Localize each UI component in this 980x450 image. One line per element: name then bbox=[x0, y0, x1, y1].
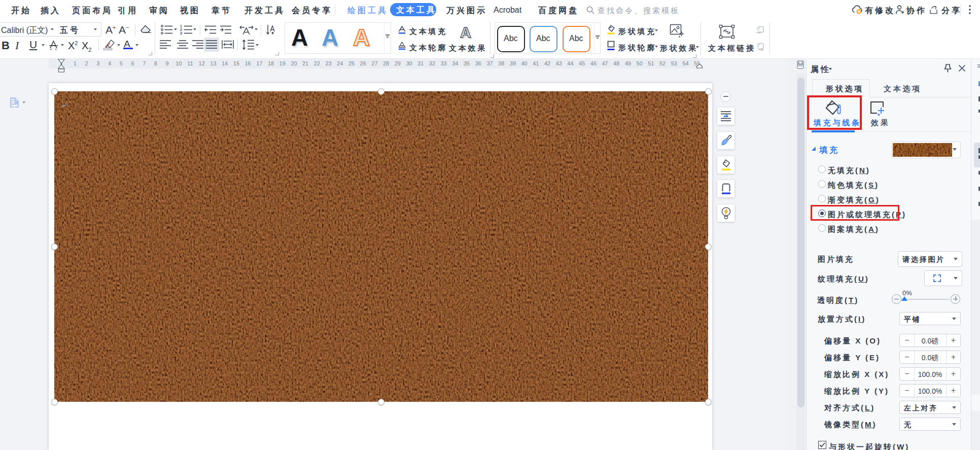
svg-text:3: 3 bbox=[180, 31, 182, 34]
svg-text:1: 1 bbox=[180, 24, 182, 28]
svg-text:A: A bbox=[460, 24, 471, 39]
svg-text:2: 2 bbox=[180, 28, 182, 31]
